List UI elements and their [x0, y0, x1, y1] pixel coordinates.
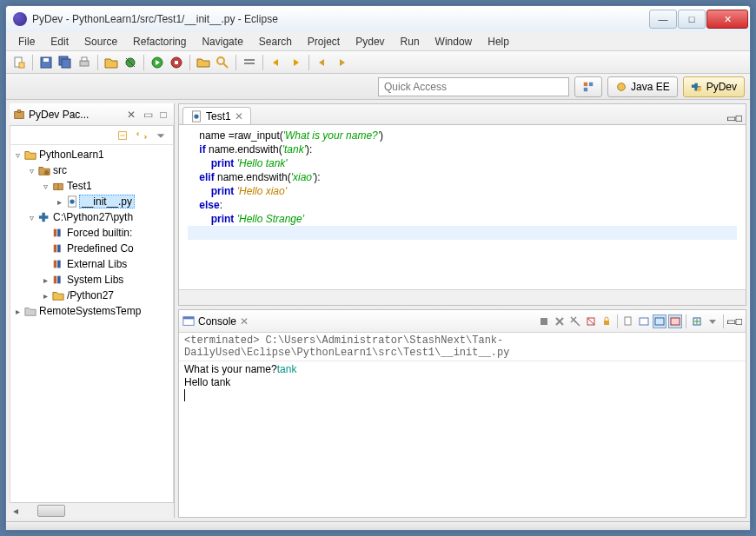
svg-rect-39 [54, 245, 57, 253]
link-editor-icon[interactable] [134, 128, 149, 143]
console-output[interactable]: What is your name?tank Hello tank [179, 361, 746, 517]
editor-tab-test1[interactable]: Test1 ✕ [182, 107, 251, 124]
svg-rect-37 [54, 229, 57, 237]
svg-marker-20 [319, 59, 324, 66]
svg-rect-43 [54, 276, 57, 284]
menu-project[interactable]: Project [301, 34, 347, 50]
svg-rect-49 [540, 318, 547, 325]
svg-point-46 [194, 114, 198, 118]
tree-forced-builtins[interactable]: Forced builtin: [11, 225, 172, 241]
save-all-button[interactable] [57, 55, 73, 70]
show-stderr-icon[interactable] [668, 314, 682, 328]
minimize-console-icon[interactable]: ▭ [726, 315, 736, 328]
maximize-editor-icon[interactable]: □ [736, 112, 742, 124]
menu-window[interactable]: Window [428, 34, 480, 50]
svg-rect-3 [43, 58, 49, 62]
close-button[interactable]: ✕ [706, 10, 748, 29]
forward-button[interactable] [334, 55, 349, 70]
package-explorer: PyDev Pac... ✕ ▭ □ ▿PythonLearn1 ▿src ▿T… [10, 103, 175, 518]
svg-rect-16 [244, 59, 255, 61]
titlebar[interactable]: PyDev - PythonLearn1/src/Test1/__init__.… [6, 6, 750, 32]
menu-edit[interactable]: Edit [43, 34, 76, 50]
tree-python27[interactable]: ▿C:\Python27\pyth [11, 209, 172, 225]
open-perspective-button[interactable] [574, 76, 602, 97]
minimize-view-icon[interactable]: ▭ [141, 108, 155, 122]
tree-python27-link[interactable]: ▸/Python27 [11, 288, 172, 303]
menu-pydev[interactable]: Pydev [348, 34, 391, 50]
svg-rect-17 [244, 63, 255, 64]
editor-tab-label: Test1 [206, 110, 231, 122]
svg-marker-19 [294, 59, 299, 66]
menu-run[interactable]: Run [394, 34, 427, 50]
new-button[interactable] [11, 55, 27, 70]
console-menu-icon[interactable] [706, 314, 720, 328]
print-button[interactable] [76, 55, 92, 70]
debug-button[interactable] [123, 55, 138, 70]
clear-console-icon[interactable] [584, 314, 598, 328]
menu-help[interactable]: Help [481, 34, 516, 50]
perspective-javaee[interactable]: Java EE [607, 76, 678, 97]
tree-package[interactable]: ▿Test1 [11, 178, 172, 194]
svg-rect-7 [82, 57, 87, 61]
tree-predefined[interactable]: Predefined Co [11, 241, 172, 256]
tree-project[interactable]: ▿PythonLearn1 [11, 147, 172, 162]
close-console-icon[interactable]: ✕ [240, 315, 249, 328]
close-view-icon[interactable]: ✕ [127, 109, 136, 121]
menu-refactoring[interactable]: Refactoring [126, 34, 193, 50]
minimize-button[interactable]: — [649, 10, 677, 29]
svg-rect-22 [584, 82, 587, 85]
package-icon [13, 109, 25, 121]
console-user-input: tank [277, 363, 297, 375]
svg-marker-21 [340, 59, 345, 66]
toggle-breadcrumb[interactable] [242, 55, 257, 70]
remove-launch-icon[interactable] [553, 314, 567, 328]
perspective-pydev[interactable]: PyDev [683, 76, 745, 97]
menu-file[interactable]: File [11, 34, 42, 50]
prev-annotation[interactable] [269, 55, 284, 70]
menubar: File Edit Source Refactoring Navigate Se… [6, 32, 750, 51]
tree-remote-systems[interactable]: ▸RemoteSystemsTemp [11, 303, 172, 319]
tree-file-init[interactable]: ▸__init__.py [11, 194, 172, 209]
open-type-button[interactable] [103, 55, 119, 70]
new-folder-button[interactable] [196, 55, 211, 70]
tree-external-libs[interactable]: External Libs [11, 256, 172, 272]
pin-console-icon[interactable] [621, 314, 635, 328]
open-console-icon[interactable] [690, 314, 704, 328]
minimize-editor-icon[interactable]: ▭ [726, 112, 736, 124]
svg-rect-40 [57, 245, 61, 253]
remove-all-icon[interactable] [568, 314, 582, 328]
menu-navigate[interactable]: Navigate [195, 34, 249, 50]
package-explorer-scrollbar[interactable]: ◂ [10, 502, 174, 518]
display-selected-icon[interactable] [637, 314, 651, 328]
maximize-button[interactable]: □ [678, 10, 706, 29]
quickaccess-input[interactable] [378, 77, 569, 96]
console-pane: Console ✕ [178, 309, 746, 518]
console-icon [182, 315, 195, 328]
terminate-icon[interactable] [537, 314, 551, 328]
close-tab-icon[interactable]: ✕ [235, 110, 243, 122]
editor-h-scrollbar[interactable] [179, 289, 746, 305]
menu-source[interactable]: Source [77, 34, 124, 50]
run-last-button[interactable] [169, 55, 184, 70]
view-menu-icon[interactable] [153, 128, 169, 143]
eclipse-window: PyDev - PythonLearn1/src/Test1/__init__.… [5, 5, 751, 531]
run-button[interactable] [149, 55, 165, 70]
package-tree[interactable]: ▿PythonLearn1 ▿src ▿Test1 ▸__init__.py ▿… [10, 145, 174, 502]
search-button[interactable] [215, 55, 230, 70]
code-editor[interactable]: name =raw_input('What is your name?') if… [179, 125, 746, 289]
svg-rect-41 [54, 261, 57, 268]
save-button[interactable] [38, 55, 54, 70]
window-title: PyDev - PythonLearn1/src/Test1/__init__.… [32, 13, 648, 25]
tree-src[interactable]: ▿src [11, 162, 172, 178]
tree-system-libs[interactable]: ▸System Libs [11, 272, 172, 288]
collapse-all-icon[interactable] [115, 128, 130, 143]
menu-search[interactable]: Search [252, 34, 299, 50]
back-button[interactable] [315, 55, 330, 70]
scroll-lock-icon[interactable] [600, 314, 613, 328]
workspace: PyDev Pac... ✕ ▭ □ ▿PythonLearn1 ▿src ▿T… [6, 100, 750, 521]
show-stdout-icon[interactable] [653, 314, 666, 328]
maximize-view-icon[interactable]: □ [156, 108, 170, 122]
next-annotation[interactable] [288, 55, 303, 70]
svg-line-56 [587, 318, 594, 325]
maximize-console-icon[interactable]: □ [736, 315, 742, 328]
